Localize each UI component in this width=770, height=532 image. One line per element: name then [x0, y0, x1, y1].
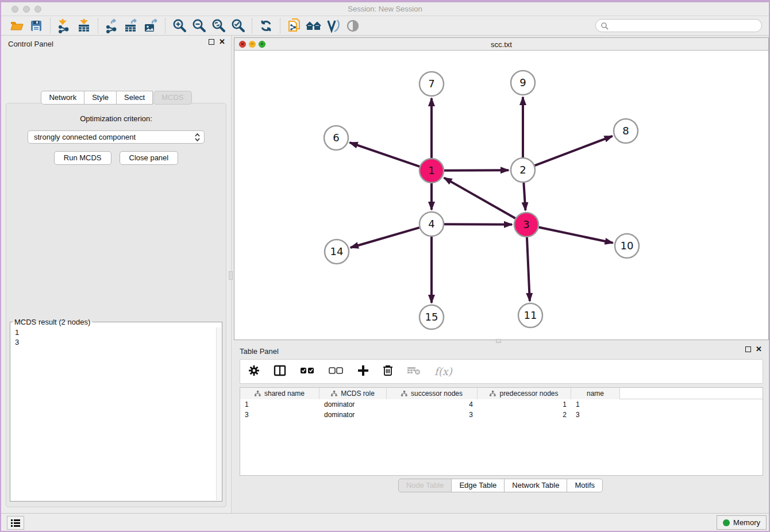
vertical-split-handle[interactable]: [229, 271, 233, 280]
export-network-icon[interactable]: [102, 17, 122, 34]
select-all-icon[interactable]: [300, 367, 315, 377]
close-icon[interactable]: ✕: [756, 346, 762, 352]
hierarchy-icon: [490, 391, 496, 396]
column-header-predecessor-nodes[interactable]: predecessor nodes: [478, 388, 571, 399]
graph-edge-4-3[interactable]: [444, 224, 512, 225]
task-history-button[interactable]: [7, 516, 24, 530]
result-scrollbar[interactable]: [216, 327, 221, 500]
result-item: 1: [11, 327, 216, 337]
mcds-result-title: MCDS result (2 nodes): [13, 318, 92, 326]
session-title: Session: New Session: [1, 5, 769, 13]
network-canvas[interactable]: 7968124314101511: [234, 51, 768, 340]
deselect-all-icon[interactable]: [329, 367, 344, 377]
add-row-icon[interactable]: [357, 365, 369, 379]
horizontal-split-handle[interactable]: [496, 339, 501, 343]
mcds-panel: Optimization criterion: strongly connect…: [6, 103, 226, 507]
mcds-result-group: MCDS result (2 nodes) 1 3: [10, 318, 222, 502]
column-header-mcds-role[interactable]: MCDS role: [319, 388, 387, 399]
import-table-icon[interactable]: [74, 17, 94, 34]
tab-network[interactable]: Network: [41, 91, 84, 105]
control-panel-tabs: Network Style Select MCDS: [1, 91, 231, 105]
graph-node-label: 9: [519, 76, 526, 88]
toolbar-separator: [280, 18, 280, 33]
main-toolbar: [1, 16, 769, 36]
graph-edge-1-2[interactable]: [444, 170, 509, 171]
graph-node-label: 4: [428, 218, 434, 230]
hierarchy-icon: [401, 391, 407, 396]
graph-node-label: 14: [330, 245, 344, 257]
toolbar-separator: [252, 18, 252, 33]
column-header-name[interactable]: name: [571, 388, 620, 399]
tab-style[interactable]: Style: [84, 91, 117, 105]
optimization-criterion-label: Optimization criterion:: [6, 114, 226, 123]
graph-node-label: 1: [428, 164, 434, 176]
import-network-icon[interactable]: [55, 17, 74, 34]
show-columns-icon[interactable]: [274, 365, 286, 379]
function-builder-icon-disabled: f(x): [434, 365, 452, 377]
table-row[interactable]: 3 dominator 3 2 3: [240, 411, 763, 420]
table-toolbar: f(x): [240, 359, 763, 384]
open-file-icon[interactable]: [7, 17, 26, 34]
column-header-successor-nodes[interactable]: successor nodes: [387, 388, 478, 399]
tab-node-table[interactable]: Node Table: [398, 479, 452, 492]
hierarchy-icon: [255, 391, 261, 396]
graph-node-label: 10: [621, 240, 634, 252]
table-header-row: shared name MCDS role successor nodes pr…: [240, 388, 763, 399]
float-window-icon[interactable]: [209, 39, 214, 45]
close-icon[interactable]: ✕: [219, 39, 225, 45]
tab-mcds[interactable]: MCDS: [153, 91, 191, 105]
search-input[interactable]: [611, 22, 761, 30]
graph-edge-4-14[interactable]: [351, 228, 419, 248]
graph-edge-1-6[interactable]: [350, 142, 420, 167]
export-table-icon[interactable]: [122, 17, 141, 34]
tab-edge-table[interactable]: Edge Table: [451, 479, 505, 492]
run-mcds-button[interactable]: Run MCDS: [54, 151, 111, 165]
first-neighbors-icon[interactable]: [304, 17, 324, 34]
network-title: scc.txt: [234, 40, 768, 49]
graph-edge-2-8[interactable]: [535, 136, 613, 165]
optimization-criterion-select[interactable]: strongly connected component: [28, 130, 205, 144]
workspace: ✕ − + scc.txt 7968124314101511 Table Pan…: [232, 36, 769, 513]
column-header-shared-name[interactable]: shared name: [240, 388, 319, 399]
graph-edge-3-1[interactable]: [444, 178, 515, 218]
hierarchy-icon: [331, 391, 337, 396]
show-graphics-details-icon[interactable]: [343, 17, 363, 34]
export-image-icon[interactable]: [141, 17, 161, 34]
tab-network-table[interactable]: Network Table: [504, 479, 567, 492]
new-network-from-selection-icon[interactable]: [284, 17, 304, 34]
search-icon: [600, 22, 609, 30]
graph-node-label: 8: [622, 125, 629, 137]
memory-button[interactable]: Memory: [717, 515, 767, 530]
table-panel: Table Panel ✕: [232, 344, 769, 513]
table-panel-title: Table Panel: [240, 347, 279, 356]
mcds-result-list[interactable]: 1 3: [11, 327, 216, 500]
control-panel: Control Panel ✕ Network Style Select MCD…: [1, 36, 232, 513]
node-table[interactable]: shared name MCDS role successor nodes pr…: [240, 387, 763, 476]
graph-edge-3-11[interactable]: [527, 237, 530, 301]
delete-table-icon-disabled: [407, 366, 421, 377]
vizmapper-icon[interactable]: [324, 17, 343, 34]
zoom-selected-icon[interactable]: [228, 17, 248, 34]
tab-select[interactable]: Select: [116, 91, 153, 105]
graph-edge-3-10[interactable]: [539, 228, 613, 243]
gear-icon[interactable]: [248, 365, 260, 379]
list-icon: [11, 519, 20, 527]
search-box[interactable]: [595, 19, 762, 32]
network-window-titlebar[interactable]: ✕ − + scc.txt: [234, 38, 768, 51]
graph-edge-2-3[interactable]: [523, 183, 525, 210]
save-session-icon[interactable]: [26, 17, 46, 34]
memory-label: Memory: [733, 518, 760, 527]
zoom-in-icon[interactable]: [170, 17, 189, 34]
close-panel-button[interactable]: Close panel: [120, 151, 179, 165]
table-row[interactable]: 1 dominator 4 1 1: [240, 400, 763, 410]
control-panel-title: Control Panel: [8, 40, 53, 48]
zoom-fit-icon[interactable]: [209, 17, 228, 34]
tab-motifs[interactable]: Motifs: [567, 479, 603, 492]
delete-row-icon[interactable]: [383, 364, 393, 379]
graph-node-label: 15: [425, 311, 438, 323]
float-window-icon[interactable]: [745, 346, 751, 352]
network-graph[interactable]: 7968124314101511: [234, 51, 768, 340]
zoom-out-icon[interactable]: [189, 17, 209, 34]
status-bar: Memory: [1, 513, 769, 531]
refresh-icon[interactable]: [256, 17, 276, 34]
